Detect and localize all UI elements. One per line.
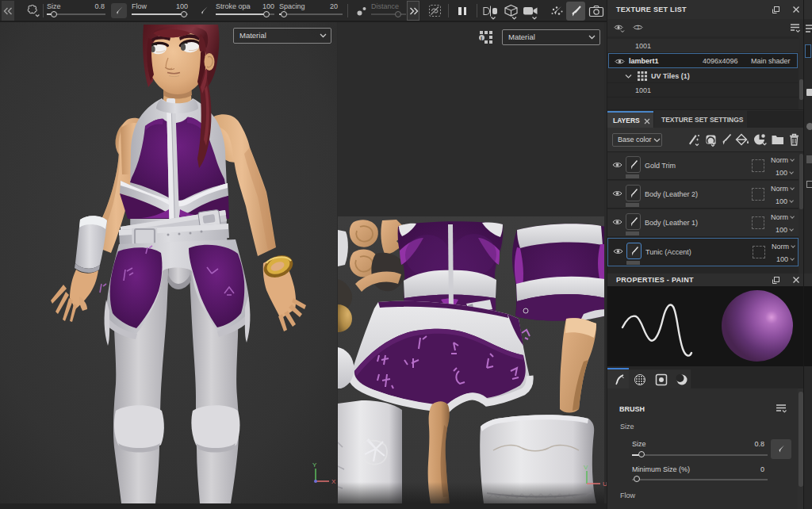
svg-text:1: 1: [637, 25, 640, 30]
svg-text:i: i: [481, 35, 482, 42]
svg-text:Y: Y: [312, 461, 317, 469]
svg-text:X: X: [331, 478, 336, 485]
svg-text:V: V: [584, 464, 588, 471]
